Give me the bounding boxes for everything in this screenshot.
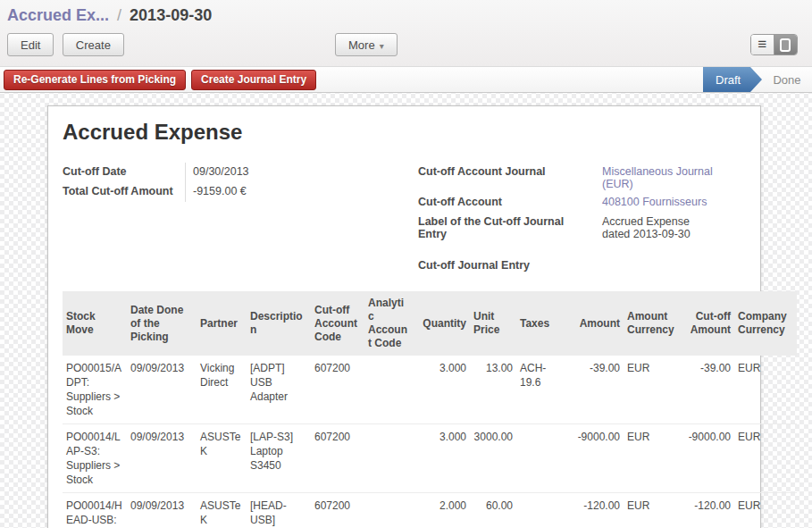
cell-amount: -39.00 xyxy=(566,356,624,424)
cell-company-currency: EUR xyxy=(734,424,797,493)
cell-amount-currency: EUR xyxy=(624,356,681,424)
col-cutoff-account-code: Cut-off Account Code xyxy=(311,291,364,356)
cell-taxes: ACH-19.6 xyxy=(516,356,566,424)
cell-analytic-account-code xyxy=(364,356,413,424)
col-company-currency: Company Currency xyxy=(734,291,797,356)
cell-analytic-account-code xyxy=(364,493,413,528)
col-unit-price: Unit Price xyxy=(470,291,516,356)
col-cutoff-amount: Cut-off Amount xyxy=(681,291,734,356)
breadcrumb-current: 2013-09-30 xyxy=(130,6,212,24)
cell-quantity: 2.000 xyxy=(413,493,470,528)
col-taxes: Taxes xyxy=(516,291,566,356)
col-date-done: Date Done of the Picking xyxy=(127,291,197,356)
cutoff-account-journal-value[interactable]: Miscellaneous Journal (EUR) xyxy=(595,163,720,193)
cell-unit-price: 60.00 xyxy=(470,493,516,528)
cutoff-date-label: Cut-off Date xyxy=(63,163,185,178)
breadcrumb-separator: / xyxy=(113,6,125,24)
create-button[interactable]: Create xyxy=(63,33,124,56)
cutoff-lines-table: Stock Move Date Done of the Picking Part… xyxy=(63,291,797,528)
cutoff-date-value: 09/30/2013 xyxy=(185,163,346,182)
table-row[interactable]: PO00014/HEAD-USB: Suppliers > Stock 09/0… xyxy=(63,493,797,528)
total-cutoff-amount-label: Total Cut-off Amount xyxy=(63,182,185,197)
statusbar: Draft Done xyxy=(703,67,812,92)
cell-quantity: 3.000 xyxy=(413,424,470,493)
right-field-group: Cut-off Account Journal Miscellaneous Jo… xyxy=(418,163,746,276)
cell-unit-price: 13.00 xyxy=(470,356,516,424)
col-amount-currency: Amount Currency xyxy=(624,291,681,356)
table-header-row: Stock Move Date Done of the Picking Part… xyxy=(63,291,797,356)
cell-amount: -120.00 xyxy=(566,493,624,528)
table-row[interactable]: PO00014/LAP-S3: Suppliers > Stock 09/09/… xyxy=(63,424,797,493)
journal-entry-label-label: Label of the Cut-off Journal Entry xyxy=(418,213,595,240)
cell-cutoff-account-code: 607200 xyxy=(311,356,364,424)
regenerate-lines-button[interactable]: Re-Generate Lines from Picking xyxy=(4,70,186,90)
cell-partner: ASUSTeK xyxy=(197,424,247,493)
list-view-button[interactable]: ≡ xyxy=(751,35,774,54)
col-amount: Amount xyxy=(566,291,624,356)
action-status-bar: Re-Generate Lines from Picking Create Jo… xyxy=(0,66,812,93)
breadcrumb-parent-link[interactable]: Accrued Ex... xyxy=(7,6,109,24)
edit-button[interactable]: Edit xyxy=(7,33,54,56)
cell-description: [ADPT] USB Adapter xyxy=(247,356,311,424)
breadcrumb: Accrued Ex... / 2013-09-30 xyxy=(7,6,805,25)
view-switcher: ≡ xyxy=(750,34,798,55)
top-navigation-bar: Accrued Ex... / 2013-09-30 Edit Create M… xyxy=(0,0,812,66)
left-field-group: Cut-off Date 09/30/2013 Total Cut-off Am… xyxy=(63,163,418,276)
cell-amount-currency: EUR xyxy=(624,493,681,528)
form-sheet: Accrued Expense Cut-off Date 09/30/2013 … xyxy=(47,105,761,528)
cell-taxes xyxy=(516,493,566,528)
cell-cutoff-amount: -9000.00 xyxy=(681,424,734,493)
total-cutoff-amount-value: -9159.00 € xyxy=(185,182,346,202)
cutoff-journal-entry-value xyxy=(595,256,720,262)
cell-description: [HEAD-USB] Headset USB xyxy=(247,493,311,528)
table-row[interactable]: PO00015/ADPT: Suppliers > Stock 09/09/20… xyxy=(63,356,797,424)
cell-partner: ASUSTeK xyxy=(197,493,247,528)
cutoff-account-value[interactable]: 408100 Fournisseurs xyxy=(595,193,720,211)
cell-date-done: 09/09/2013 xyxy=(127,424,197,493)
cell-unit-price: 3000.00 xyxy=(470,424,516,493)
status-step-draft: Draft xyxy=(703,67,762,92)
cutoff-account-journal-label: Cut-off Account Journal xyxy=(418,163,595,178)
cell-partner: Vicking Direct xyxy=(197,356,247,424)
cell-cutoff-account-code: 607200 xyxy=(311,493,364,528)
col-analytic-account-code: Analytic Account Code xyxy=(364,291,413,356)
journal-entry-label-value: Accrued Expense dated 2013-09-30 xyxy=(595,213,720,243)
list-icon: ≡ xyxy=(758,37,766,52)
cell-cutoff-account-code: 607200 xyxy=(311,424,364,493)
cutoff-journal-entry-label: Cut-off Journal Entry xyxy=(418,256,595,272)
status-step-done: Done xyxy=(762,67,812,92)
field-groups: Cut-off Date 09/30/2013 Total Cut-off Am… xyxy=(63,163,746,276)
more-button-label: More xyxy=(348,38,375,52)
cell-date-done: 09/09/2013 xyxy=(127,356,197,424)
cell-description: [LAP-S3] Laptop S3450 xyxy=(247,424,311,493)
cell-analytic-account-code xyxy=(364,424,413,493)
col-stock-move: Stock Move xyxy=(63,291,127,356)
cell-taxes xyxy=(516,424,566,493)
create-journal-entry-button[interactable]: Create Journal Entry xyxy=(191,70,316,90)
cell-cutoff-amount: -120.00 xyxy=(681,493,734,528)
cell-cutoff-amount: -39.00 xyxy=(681,356,734,424)
cell-company-currency: EUR xyxy=(734,356,797,424)
chevron-down-icon: ▾ xyxy=(380,41,384,51)
form-view-button[interactable] xyxy=(774,35,798,54)
cell-amount: -9000.00 xyxy=(566,424,624,493)
cell-quantity: 3.000 xyxy=(413,356,470,424)
col-partner: Partner xyxy=(197,291,247,356)
cell-company-currency: EUR xyxy=(734,493,797,528)
cell-amount-currency: EUR xyxy=(624,424,681,493)
col-description: Description xyxy=(247,291,311,356)
cell-stock-move: PO00014/HEAD-USB: Suppliers > Stock xyxy=(63,493,127,528)
cell-stock-move: PO00014/LAP-S3: Suppliers > Stock xyxy=(63,424,127,493)
page-title: Accrued Expense xyxy=(63,120,746,145)
col-quantity: Quantity xyxy=(413,291,470,356)
cell-date-done: 09/09/2013 xyxy=(127,493,197,528)
cutoff-account-label: Cut-off Account xyxy=(418,193,595,208)
cell-stock-move: PO00015/ADPT: Suppliers > Stock xyxy=(63,356,127,424)
form-icon xyxy=(780,38,791,52)
more-button[interactable]: More▾ xyxy=(335,33,398,56)
toolbar: Edit Create More▾ ≡ xyxy=(7,33,805,57)
